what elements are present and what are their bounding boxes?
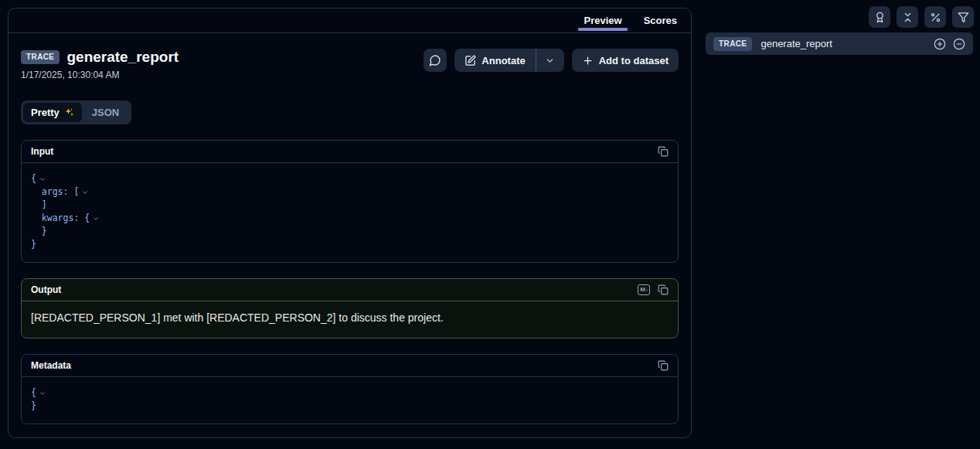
input-card-title: Input (31, 146, 53, 157)
annotate-dropdown-button[interactable] (536, 49, 564, 72)
tab-scores-label: Scores (644, 15, 677, 26)
collapse-vertical-icon (902, 12, 914, 23)
output-card: Output M↓ [REDACTED_PERSON_1] met with [… (21, 278, 679, 338)
minus-circle-icon (953, 38, 965, 50)
trace-tree-row[interactable]: TRACE generate_report (706, 32, 973, 55)
add-to-dataset-button[interactable]: Add to dataset (572, 49, 679, 72)
input-card: Input { args: [ ] kwargs: { }} (21, 140, 679, 263)
annotate-scores-button[interactable] (869, 6, 890, 28)
trace-type-badge: TRACE (21, 50, 60, 64)
json-line: { (31, 172, 669, 185)
output-text: [REDACTED_PERSON_1] met with [REDACTED_P… (22, 301, 678, 338)
json-line: { (31, 386, 669, 400)
json-line: args: [ (31, 185, 669, 199)
chevron-down-icon (545, 56, 555, 66)
comment-button[interactable] (424, 49, 447, 72)
trace-type-badge: TRACE (713, 37, 752, 51)
preview-scores-tabbar: Preview Scores (9, 9, 691, 33)
trace-detail-panel: Preview Scores TRACE generate_report 1/1… (8, 8, 692, 438)
view-mode-toggle: Pretty JSON (21, 100, 131, 124)
collapse-chevron-icon[interactable] (92, 215, 100, 223)
copy-icon[interactable] (658, 360, 669, 371)
plus-icon (582, 55, 594, 66)
json-toggle-option[interactable]: JSON (82, 103, 129, 122)
tab-preview-label: Preview (584, 15, 621, 26)
copy-icon[interactable] (658, 284, 669, 295)
trace-row-actions (934, 38, 965, 50)
tab-scores[interactable]: Scores (633, 9, 688, 32)
json-line: kwargs: { (31, 212, 669, 225)
annotate-pencil-icon (464, 55, 476, 66)
filter-button[interactable] (952, 6, 974, 28)
collapse-chevron-icon[interactable] (81, 189, 89, 196)
output-card-title: Output (31, 284, 61, 295)
trace-timestamp: 1/17/2025, 10:30:04 AM (21, 70, 179, 80)
trace-header: TRACE generate_report 1/17/2025, 10:30:0… (21, 49, 179, 80)
percent-icon (930, 12, 941, 23)
sparkles-icon (64, 107, 74, 117)
annotate-button[interactable]: Annotate (454, 49, 535, 72)
metadata-card: Metadata {} (21, 354, 679, 424)
metadata-card-title: Metadata (31, 360, 71, 371)
annotate-label: Annotate (481, 55, 525, 66)
filter-icon (958, 12, 969, 23)
annotate-split-button: Annotate (454, 49, 563, 72)
tab-preview[interactable]: Preview (573, 9, 632, 32)
pretty-toggle-option[interactable]: Pretty (23, 103, 82, 122)
award-icon (874, 12, 886, 23)
plus-circle-icon (934, 38, 946, 50)
pretty-label: Pretty (31, 107, 60, 118)
header-actions: Annotate Add to dataset (424, 49, 679, 72)
json-line: } (31, 238, 669, 251)
collapse-tree-button[interactable] (897, 6, 918, 28)
input-json-tree: { args: [ ] kwargs: { }} (22, 163, 678, 262)
sidebar-toolbar (869, 6, 974, 28)
metadata-json-tree: {} (22, 377, 678, 423)
collapse-chevron-icon[interactable] (39, 175, 46, 183)
add-to-dataset-label: Add to dataset (599, 55, 669, 66)
json-line: } (31, 225, 669, 238)
json-label: JSON (92, 107, 119, 118)
expand-all-button[interactable] (934, 38, 946, 50)
markdown-icon[interactable]: M↓ (638, 284, 650, 295)
comment-icon (429, 54, 441, 66)
collapse-all-button[interactable] (953, 38, 965, 50)
json-line: } (31, 400, 669, 413)
trace-tree-row-label: generate_report (761, 38, 832, 49)
collapse-chevron-icon[interactable] (39, 389, 46, 397)
json-line: ] (31, 199, 669, 212)
metrics-button[interactable] (924, 6, 946, 28)
page-title: generate_report (66, 49, 179, 66)
copy-icon[interactable] (658, 146, 669, 157)
